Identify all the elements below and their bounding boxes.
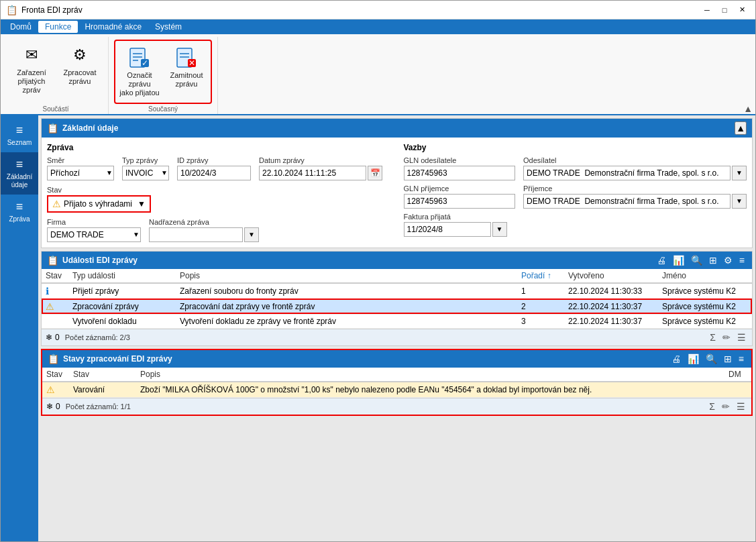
gln-prijemce-input[interactable]: 128745963	[404, 194, 516, 209]
udalosti-table: Stav Typ události Popis Pořadí ↑ Vytvoře…	[42, 269, 752, 329]
typ-select-wrapper[interactable]: INVOIC ▼	[122, 166, 169, 180]
stavy-print-button[interactable]: 🖨	[669, 353, 683, 365]
udalosti-columns-button[interactable]: ⊞	[707, 254, 719, 266]
udalosti-print-button[interactable]: 🖨	[655, 254, 668, 266]
window-title: Fronta EDI zpráv	[21, 5, 83, 15]
th-typ[interactable]: Typ události	[68, 269, 176, 283]
nadrazena-dropdown-button[interactable]: ▼	[244, 227, 259, 242]
ribbon: ✉ Zařazenípřijatých zpráv ⚙ Zpracovatzpr…	[1, 34, 755, 115]
th-stav[interactable]: Stav	[42, 269, 68, 283]
row3-typ: Vytvoření dokladu	[68, 314, 176, 328]
vazby-subtitle: Vazby	[404, 143, 747, 152]
table-row[interactable]: Vytvoření dokladu Vytvoření dokladu ze z…	[42, 314, 752, 328]
prijemce-input[interactable]	[523, 194, 731, 209]
stavy-toolbar: ❄ 0 Počet záznamů: 1/1 Σ ✏ ☰	[42, 398, 751, 415]
th-vytvoreno[interactable]: Vytvořeno	[564, 269, 658, 283]
menu-funkce[interactable]: Funkce	[38, 21, 78, 33]
stav-dropdown-button[interactable]: ▼	[138, 199, 146, 209]
odesilatel-dropdown-button[interactable]: ▼	[732, 166, 747, 180]
stavy-th-stav1[interactable]: Stav	[42, 368, 69, 382]
sidebar-item-zprava[interactable]: ≡ Zpráva	[1, 195, 38, 229]
zamitnout-button[interactable]: ✕ Zamitnoutzprávu	[164, 42, 209, 101]
udalosti-tbody: ℹ Přijetí zprávy Zařazení souboru do fro…	[42, 283, 752, 329]
menu-domu[interactable]: Domů	[3, 21, 38, 33]
datum-calendar-button[interactable]: 📅	[368, 166, 382, 180]
row2-jmeno: Správce systému K2	[658, 299, 752, 314]
stavy-search-button[interactable]: 🔍	[704, 353, 719, 365]
main-layout: ≡ Seznam ≡ Základníúdaje ≡ Zpráva 📋 Zákl…	[1, 115, 755, 541]
stavy-th-dm[interactable]: DM	[724, 368, 751, 382]
sidebar-item-seznam[interactable]: ≡ Seznam	[1, 118, 38, 152]
stavy-sum-button[interactable]: Σ	[707, 400, 717, 413]
table-row[interactable]: ℹ Přijetí zprávy Zařazení souboru do fro…	[42, 283, 752, 299]
ribbon-group-soucasny: ✓ Označit zprávujako přijatou ✕	[109, 37, 218, 114]
id-input[interactable]: 10/2024/3	[177, 166, 251, 180]
udalosti-settings-button[interactable]: ⚙	[722, 254, 735, 266]
udalosti-more-button[interactable]: ☰	[735, 331, 748, 343]
row3-stav	[42, 314, 68, 328]
udalosti-sum-button[interactable]: Σ	[708, 331, 718, 343]
menu-hromadne[interactable]: Hromadné akce	[78, 21, 148, 33]
ribbon-collapse[interactable]: ▲	[741, 37, 755, 114]
sidebar-item-zakladni[interactable]: ≡ Základníúdaje	[1, 152, 38, 195]
stavy-header-icons: 🖨 📊 🔍 ⊞ ≡	[669, 353, 746, 365]
stavy-columns-button[interactable]: ⊞	[722, 353, 734, 365]
th-jmeno[interactable]: Jméno	[658, 269, 752, 283]
typ-select[interactable]: INVOIC	[122, 166, 169, 180]
stavy-th-stav2[interactable]: Stav	[69, 368, 136, 382]
stav-warning-icon: ⚠	[52, 199, 61, 209]
gln-odesilatel-field: GLN odesílatele 128745963	[404, 156, 516, 180]
collapse-ribbon-button[interactable]: ▲	[743, 103, 753, 114]
th-poradi[interactable]: Pořadí ↑	[517, 269, 564, 283]
th-popis[interactable]: Popis	[176, 269, 517, 283]
zprava-subtitle: Zpráva	[47, 143, 390, 152]
zpracovat-label: Zpracovatzprávu	[64, 68, 97, 86]
stavy-edit-button[interactable]: ✏	[720, 400, 732, 413]
nadrazena-input[interactable]	[149, 227, 243, 242]
table-row[interactable]: ⚠ Zpracování zprávy Zpracování dat zpráv…	[42, 299, 752, 314]
maximize-button[interactable]: □	[716, 3, 733, 17]
stavy-chart-button[interactable]: 📊	[686, 353, 701, 365]
gln-odesilatel-label: GLN odesílatele	[404, 156, 516, 164]
table-row[interactable]: ⚠ Varování Zboží "MILKA OŘÍŠKOVÁ 100G" o…	[42, 382, 751, 398]
faktura-dropdown-button[interactable]: ▼	[492, 222, 507, 237]
firma-select-wrapper[interactable]: DEMO TRADE ▼	[47, 227, 141, 242]
minimize-button[interactable]: ─	[699, 3, 715, 17]
row1-jmeno: Správce systému K2	[658, 283, 752, 299]
datum-field: Datum zprávy 📅	[259, 156, 382, 180]
stavy-header-left: 📋 Stavy zpracování EDI zprávy	[48, 354, 172, 364]
udalosti-chart-button[interactable]: 📊	[671, 254, 686, 266]
stavy-th-popis[interactable]: Popis	[136, 368, 724, 382]
row1-stav: ℹ	[42, 283, 68, 299]
udalosti-menu-button[interactable]: ≡	[737, 254, 747, 266]
smer-select-wrapper[interactable]: Příchozí ▼	[47, 166, 114, 180]
gln-odesilatel-input[interactable]: 128745963	[404, 166, 516, 180]
firma-field: Firma DEMO TRADE ▼	[47, 218, 141, 242]
prijemce-dropdown-button[interactable]: ▼	[732, 194, 747, 209]
datum-input[interactable]	[259, 166, 366, 180]
udalosti-edit-button[interactable]: ✏	[720, 331, 733, 343]
firma-select[interactable]: DEMO TRADE	[47, 227, 141, 242]
udalosti-count-icon: ❄	[46, 333, 52, 342]
zpracovat-icon: ⚙	[68, 43, 92, 67]
id-field: ID zprávy 10/2024/3	[177, 156, 251, 180]
zpracovat-button[interactable]: ⚙ Zpracovatzprávu	[57, 40, 103, 89]
zakladni-collapse-button[interactable]: ▲	[735, 121, 747, 135]
close-button[interactable]: ✕	[734, 3, 750, 17]
zprava-icon: ≡	[16, 200, 23, 214]
typ-label: Typ zprávy	[122, 156, 169, 164]
faktura-input[interactable]: 11/2024/8	[404, 222, 491, 237]
stavy-menu-button[interactable]: ≡	[737, 353, 746, 365]
title-bar-left: 📋 Fronta EDI zpráv	[6, 5, 83, 15]
row1-typ: Přijetí zprávy	[68, 283, 176, 299]
zarazeni-button[interactable]: ✉ Zařazenípřijatých zpráv	[9, 40, 54, 99]
odesilatel-input[interactable]	[523, 166, 731, 180]
vazby-row3: Faktura přijatá 11/2024/8 ▼	[404, 213, 747, 237]
smer-select[interactable]: Příchozí	[47, 166, 114, 180]
udalosti-search-button[interactable]: 🔍	[689, 254, 704, 266]
oznacit-button[interactable]: ✓ Označit zprávujako přijatou	[117, 42, 162, 101]
stavy-thead: Stav Stav Popis DM	[42, 368, 751, 382]
title-bar-controls[interactable]: ─ □ ✕	[699, 3, 750, 17]
menu-system[interactable]: Systém	[148, 21, 188, 33]
stavy-more-button[interactable]: ☰	[735, 400, 747, 413]
